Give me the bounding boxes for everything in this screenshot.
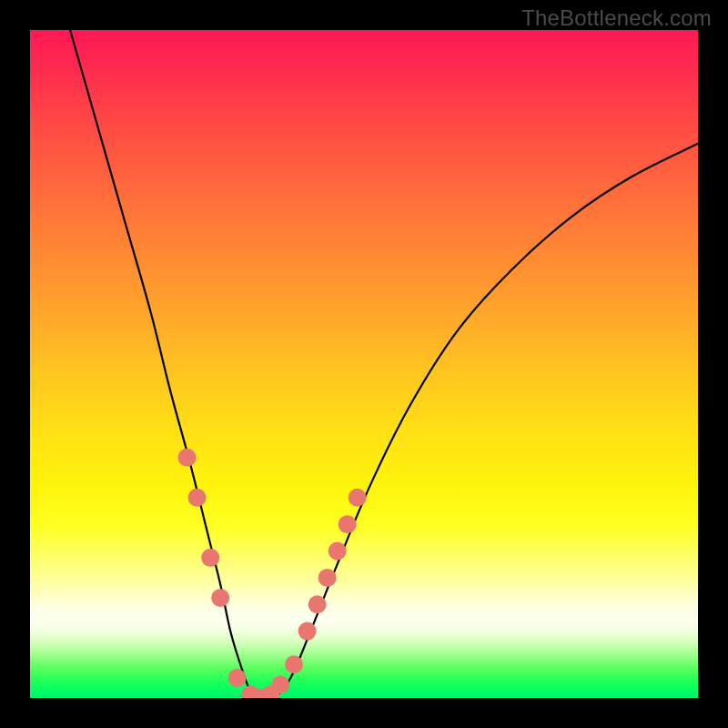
- marker-dot: [285, 655, 303, 673]
- marker-dot: [339, 515, 357, 533]
- curve-svg: [30, 30, 698, 698]
- bottleneck-curve: [70, 30, 698, 698]
- marker-dot: [308, 595, 327, 613]
- chart-frame: TheBottleneck.com: [0, 0, 728, 728]
- marker-dot: [211, 589, 229, 607]
- marker-dot: [329, 542, 347, 561]
- marker-dot: [271, 675, 289, 693]
- marker-dot: [177, 449, 196, 467]
- marker-dot: [188, 489, 207, 507]
- watermark-text: TheBottleneck.com: [521, 5, 712, 31]
- marker-dot: [298, 622, 317, 641]
- plot-area: [30, 30, 698, 698]
- marker-dot: [228, 669, 247, 687]
- marker-dot: [318, 569, 337, 587]
- marker-group: [177, 449, 366, 698]
- marker-dot: [201, 549, 219, 567]
- marker-dot: [349, 489, 367, 507]
